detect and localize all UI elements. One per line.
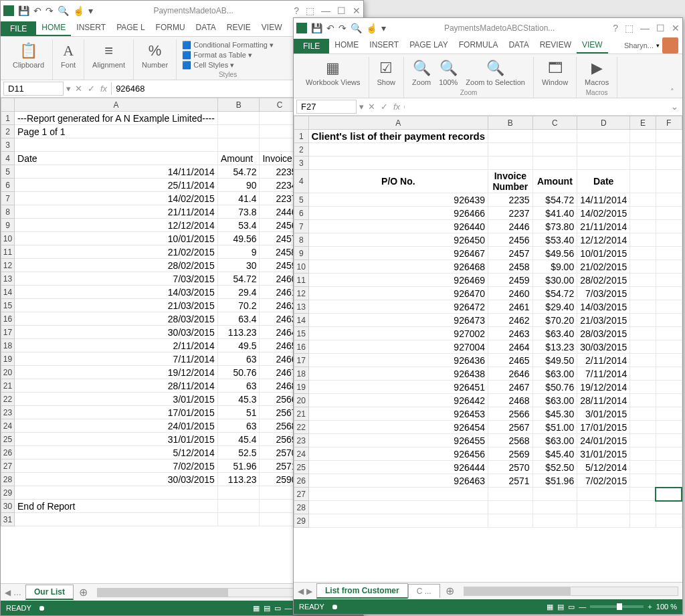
row-header-18[interactable]: 18 <box>294 367 309 381</box>
cell-A24[interactable]: 24/01/2015 <box>15 419 218 433</box>
row-header-11[interactable]: 11 <box>294 274 309 287</box>
cell-F17[interactable] <box>656 354 682 367</box>
spreadsheet-grid[interactable]: ABCDEF1Client's list of their payment re… <box>294 116 682 582</box>
cell-A6[interactable]: 926466 <box>308 207 488 220</box>
cell-B16[interactable]: 63.4 <box>217 312 260 326</box>
conditional-formatting-button[interactable]: 🟦 Conditional Formatting ▾ <box>182 41 274 49</box>
cell-A8[interactable]: 926450 <box>308 233 488 247</box>
maximize-icon[interactable]: ☐ <box>656 23 665 33</box>
ribbon-tab-view[interactable]: VIEW <box>256 20 288 36</box>
cell-D26[interactable]: 7/02/2015 <box>577 474 630 488</box>
cell-E19[interactable] <box>630 381 656 394</box>
cell-E8[interactable] <box>630 233 656 247</box>
row-header-2[interactable]: 2 <box>1 125 15 138</box>
cell-E18[interactable] <box>630 367 656 381</box>
row-header-6[interactable]: 6 <box>1 179 15 192</box>
redo-icon[interactable]: ↷ <box>338 23 347 33</box>
cell-E28[interactable] <box>630 501 656 514</box>
cell-B11[interactable]: 2459 <box>488 274 533 287</box>
ribbon-tab-revie[interactable]: REVIE <box>221 20 256 36</box>
cell-A27[interactable] <box>308 488 488 501</box>
view-normal-icon[interactable]: ▦ <box>253 604 260 613</box>
cell-E29[interactable] <box>630 514 656 528</box>
user-name[interactable]: Sharyn... <box>624 41 654 49</box>
cell-D11[interactable]: 28/02/2015 <box>577 274 630 287</box>
row-header-8[interactable]: 8 <box>1 205 15 219</box>
column-header-F[interactable]: F <box>656 116 682 130</box>
row-header-10[interactable]: 10 <box>294 260 309 274</box>
cell-C23[interactable]: $63.00 <box>532 434 577 447</box>
cell-B12[interactable]: 30 <box>217 259 260 272</box>
cell-A2[interactable] <box>308 143 488 157</box>
cell-F4[interactable] <box>656 170 682 193</box>
cell-D20[interactable]: 28/11/2014 <box>577 394 630 407</box>
cell-C12[interactable]: $54.72 <box>532 287 577 300</box>
select-all-corner[interactable] <box>294 116 309 130</box>
cell-C2[interactable] <box>532 143 577 157</box>
cell-E16[interactable] <box>630 340 656 354</box>
save-icon[interactable]: 💾 <box>18 5 29 16</box>
cell-C11[interactable]: $30.00 <box>532 274 577 287</box>
cell-A15[interactable]: 21/03/2015 <box>15 299 218 312</box>
cell-A29[interactable] <box>15 486 218 500</box>
cell-A9[interactable]: 12/12/2014 <box>15 219 218 232</box>
touch-mode-icon[interactable]: ☝ <box>73 5 84 16</box>
cell-A7[interactable]: 926440 <box>308 220 488 233</box>
cell-D16[interactable]: 30/03/2015 <box>577 340 630 354</box>
column-header-B[interactable]: B <box>217 98 260 112</box>
cell-E3[interactable] <box>630 157 656 170</box>
cell-A21[interactable]: 28/11/2014 <box>15 379 218 393</box>
cell-C16[interactable]: $13.23 <box>532 340 577 354</box>
cell-F16[interactable] <box>656 340 682 354</box>
cell-C28[interactable] <box>532 501 577 514</box>
format-as-table-button[interactable]: 🟦 Format as Table ▾ <box>182 51 274 60</box>
cell-F27[interactable] <box>656 488 682 501</box>
cell-B7[interactable]: 2446 <box>488 220 533 233</box>
cell-B17[interactable]: 2465 <box>488 354 533 367</box>
row-header-25[interactable]: 25 <box>1 433 15 446</box>
cell-C1[interactable] <box>532 130 577 143</box>
cell-F26[interactable] <box>656 474 682 488</box>
horizontal-scrollbar[interactable] <box>464 587 678 596</box>
cell-A3[interactable] <box>15 138 218 152</box>
row-header-30[interactable]: 30 <box>1 500 15 513</box>
cell-A23[interactable]: 17/01/2015 <box>15 406 218 419</box>
row-header-9[interactable]: 9 <box>294 247 309 260</box>
row-header-19[interactable]: 19 <box>294 381 309 394</box>
cell-D21[interactable]: 3/01/2015 <box>577 407 630 421</box>
cell-B15[interactable]: 70.2 <box>217 299 260 312</box>
cell-D19[interactable]: 19/12/2014 <box>577 381 630 394</box>
row-header-18[interactable]: 18 <box>1 339 15 352</box>
cell-A4[interactable]: P/O No. <box>308 170 488 193</box>
cell-F14[interactable] <box>656 314 682 327</box>
window-button[interactable]: 🗔Window <box>539 58 571 88</box>
cell-A1[interactable]: Client's list of their payment records <box>308 130 488 143</box>
cell-F8[interactable] <box>656 233 682 247</box>
cell-A25[interactable]: 31/01/2015 <box>15 433 218 446</box>
column-header-E[interactable]: E <box>630 116 656 130</box>
cell-B18[interactable]: 49.5 <box>217 339 260 352</box>
ribbon-tab-page lay[interactable]: PAGE LAY <box>404 37 454 54</box>
show-button[interactable]: ☑Show <box>375 58 399 88</box>
sheet-tab-our-list[interactable]: Our List <box>25 585 74 600</box>
cell-B26[interactable]: 2571 <box>488 474 533 488</box>
cell-B22[interactable]: 2567 <box>488 421 533 434</box>
cell-B19[interactable]: 63 <box>217 352 260 366</box>
cell-C7[interactable]: $73.80 <box>532 220 577 233</box>
row-header-17[interactable]: 17 <box>294 354 309 367</box>
cell-D29[interactable] <box>577 514 630 528</box>
cell-B3[interactable] <box>488 157 533 170</box>
cell-B23[interactable]: 51 <box>217 406 260 419</box>
tab-nav-more-icon[interactable]: … <box>13 588 21 597</box>
cell-D15[interactable]: 28/03/2015 <box>577 327 630 340</box>
cell-F1[interactable] <box>656 130 682 143</box>
cell-A26[interactable]: 926463 <box>308 474 488 488</box>
cell-A22[interactable]: 3/01/2015 <box>15 393 218 406</box>
minimize-icon[interactable]: — <box>640 23 650 33</box>
undo-icon[interactable]: ↶ <box>33 5 41 16</box>
cell-E15[interactable] <box>630 327 656 340</box>
ribbon-tab-data[interactable]: DATA <box>503 37 534 54</box>
cell-C6[interactable]: $41.40 <box>532 207 577 220</box>
cell-E1[interactable] <box>630 130 656 143</box>
name-box-dropdown-icon[interactable]: ▾ <box>66 84 71 94</box>
